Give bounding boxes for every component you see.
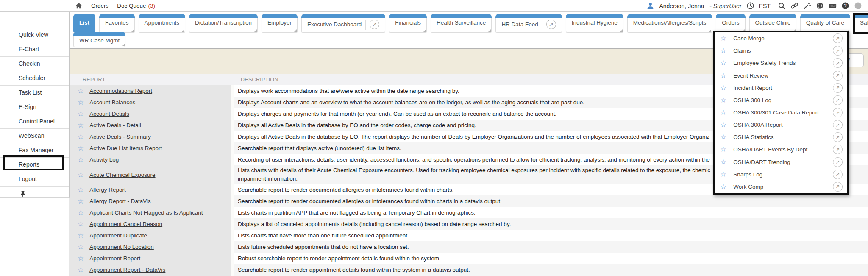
favorite-star-icon[interactable]: ☆: [78, 99, 84, 106]
external-link-icon[interactable]: ↗: [833, 132, 843, 142]
favorite-star-icon[interactable]: ☆: [78, 110, 84, 117]
external-link-icon[interactable]: ↗: [833, 120, 843, 130]
sidebar-item-fax-manager[interactable]: Fax Manager: [0, 143, 69, 157]
favorite-star-icon[interactable]: ☆: [720, 47, 726, 54]
external-link-icon[interactable]: ↗: [833, 71, 843, 81]
favorite-star-icon[interactable]: ☆: [78, 220, 84, 228]
tab-employer[interactable]: Employer: [262, 14, 298, 33]
dropdown-item-osha-statistics[interactable]: ☆ OSHA Statistics ↗: [715, 131, 847, 143]
tab-appointments[interactable]: Appointments: [139, 14, 186, 33]
external-link-icon[interactable]: ↗: [833, 33, 843, 43]
sidebar-item-e-chart[interactable]: E-Chart: [0, 42, 69, 56]
favorite-star-icon[interactable]: ☆: [78, 198, 84, 205]
sidebar-item-scheduler[interactable]: Scheduler: [0, 71, 69, 85]
favorite-star-icon[interactable]: ☆: [720, 35, 726, 42]
favorite-star-icon[interactable]: ☆: [78, 156, 84, 163]
dropdown-item-osha-dart-trending[interactable]: ☆ OSHA/DART Trending ↗: [715, 156, 847, 168]
dropdown-item-case-merge[interactable]: ☆ Case Merge ↗: [715, 32, 847, 45]
favorite-star-icon[interactable]: ☆: [720, 97, 726, 104]
keyboard-icon[interactable]: [829, 2, 837, 10]
external-link-icon[interactable]: ↗: [833, 170, 843, 179]
favorite-star-icon[interactable]: ☆: [78, 171, 84, 178]
external-link-icon[interactable]: ↗: [370, 20, 379, 29]
report-link[interactable]: Applicant Charts Not Flagged as Is Appli…: [89, 209, 203, 216]
globe-icon[interactable]: [816, 2, 824, 10]
favorite-star-icon[interactable]: ☆: [720, 159, 726, 166]
report-link[interactable]: Activity Log: [89, 156, 119, 163]
tab-medications-allergies-scripts[interactable]: Medications/Allergies/Scripts: [627, 14, 712, 33]
help-icon[interactable]: ?: [841, 2, 849, 10]
tab-financials[interactable]: Financials: [389, 14, 427, 33]
nav-orders[interactable]: Orders: [91, 3, 108, 9]
external-link-icon[interactable]: ↗: [833, 95, 843, 105]
favorite-star-icon[interactable]: ☆: [78, 87, 84, 95]
tab-quality-of-care[interactable]: Quality of Care: [800, 14, 850, 33]
dropdown-item-event-review[interactable]: ☆ Event Review ↗: [715, 69, 847, 81]
external-link-icon[interactable]: ↗: [833, 182, 843, 192]
favorite-star-icon[interactable]: ☆: [720, 146, 726, 153]
favorite-star-icon[interactable]: ☆: [720, 109, 726, 116]
sidebar-pin-item[interactable]: [0, 186, 69, 201]
wand-icon[interactable]: [803, 2, 811, 10]
sidebar-item-logout[interactable]: Logout: [0, 172, 69, 186]
tab-dictation-transcription[interactable]: Dictation/Transcription: [189, 14, 258, 33]
report-link[interactable]: Acute Chemical Exposure: [89, 172, 155, 178]
favorite-star-icon[interactable]: ☆: [78, 209, 84, 216]
favorite-star-icon[interactable]: ☆: [78, 122, 84, 129]
dropdown-item-osha-dart-events-by-dept[interactable]: ☆ OSHA/DART Events By Dept ↗: [715, 143, 847, 156]
external-link-icon[interactable]: ↗: [833, 58, 843, 68]
link-icon[interactable]: [790, 2, 798, 10]
tab-favorites[interactable]: Favorites: [99, 14, 135, 33]
favorite-star-icon[interactable]: ☆: [720, 134, 726, 141]
favorite-star-icon[interactable]: ☆: [78, 186, 84, 193]
tab-safety[interactable]: Safety ☝: [854, 14, 868, 33]
report-link[interactable]: Appointment Report - DataVis: [89, 267, 165, 273]
external-link-icon[interactable]: ↗: [833, 46, 843, 56]
dropdown-item-osha-300a-report[interactable]: ☆ OSHA 300A Report ↗: [715, 119, 847, 131]
tab-wr-case-mgmt[interactable]: WR Case Mgmt: [73, 32, 125, 47]
report-link[interactable]: Active Deals - Detail: [89, 122, 141, 128]
report-link[interactable]: Appointment No Location: [89, 244, 154, 250]
dropdown-item-work-comp[interactable]: ☆ Work Comp ↗: [715, 181, 847, 193]
report-link[interactable]: Appointment Cancel Reason: [89, 221, 162, 227]
dropdown-item-osha-300-301-case-data-report[interactable]: ☆ OSHA 300/301 Case Data Report ↗: [715, 106, 847, 119]
favorite-star-icon[interactable]: ☆: [78, 133, 84, 140]
external-link-icon[interactable]: ↗: [833, 157, 843, 167]
tab-industrial-hygiene[interactable]: Industrial Hygiene: [566, 14, 623, 33]
sidebar-item-e-sign[interactable]: E-Sign: [0, 100, 69, 114]
home-icon[interactable]: [75, 2, 83, 10]
report-link[interactable]: Appointment Report: [89, 255, 140, 262]
report-link[interactable]: Allergy Report: [89, 187, 126, 193]
tab-outside-clinic[interactable]: Outside Clinic: [749, 14, 796, 33]
favorite-star-icon[interactable]: ☆: [720, 72, 726, 79]
report-link[interactable]: Account Balances: [89, 99, 135, 106]
report-link[interactable]: Accommodations Report: [89, 88, 152, 94]
favorite-star-icon[interactable]: ☆: [78, 243, 84, 251]
sidebar-item-webscan[interactable]: WebScan: [0, 128, 69, 143]
dropdown-item-employee-safety-trends[interactable]: ☆ Employee Safety Trends ↗: [715, 57, 847, 69]
external-link-icon[interactable]: ↗: [833, 83, 843, 93]
dropdown-item-claims[interactable]: ☆ Claims ↗: [715, 45, 847, 57]
report-link[interactable]: Appointment Duplicate: [89, 232, 147, 239]
favorite-star-icon[interactable]: ☆: [720, 183, 726, 190]
favorite-star-icon[interactable]: ☆: [720, 59, 726, 67]
report-link[interactable]: Active Deals - Summary: [89, 134, 151, 140]
report-link[interactable]: Account Details: [89, 111, 129, 117]
favorite-star-icon[interactable]: ☆: [720, 171, 726, 178]
tab-health-surveillance[interactable]: Health Surveillance: [431, 14, 492, 33]
dropdown-item-incident-report[interactable]: ☆ Incident Report ↗: [715, 82, 847, 94]
dropdown-item-osha-300-log[interactable]: ☆ OSHA 300 Log ↗: [715, 94, 847, 106]
report-link[interactable]: Allergy Report - DataVis: [89, 198, 151, 204]
tab-hr-data-feed[interactable]: HR Data Feed ↗: [495, 14, 562, 33]
favorite-star-icon[interactable]: ☆: [720, 84, 726, 92]
search-icon[interactable]: [778, 2, 786, 10]
sidebar-item-checkin[interactable]: Checkin: [0, 56, 69, 71]
user-name[interactable]: Anderson, Jenna: [659, 3, 704, 9]
favorite-star-icon[interactable]: ☆: [78, 232, 84, 239]
favorite-star-icon[interactable]: ☆: [78, 266, 84, 273]
favorite-star-icon[interactable]: ☆: [78, 255, 84, 262]
report-link[interactable]: Active Due List Items Report: [89, 145, 162, 151]
avatar-circle[interactable]: [854, 2, 862, 10]
external-link-icon[interactable]: ↗: [833, 108, 843, 117]
tab-list[interactable]: List: [73, 14, 95, 33]
